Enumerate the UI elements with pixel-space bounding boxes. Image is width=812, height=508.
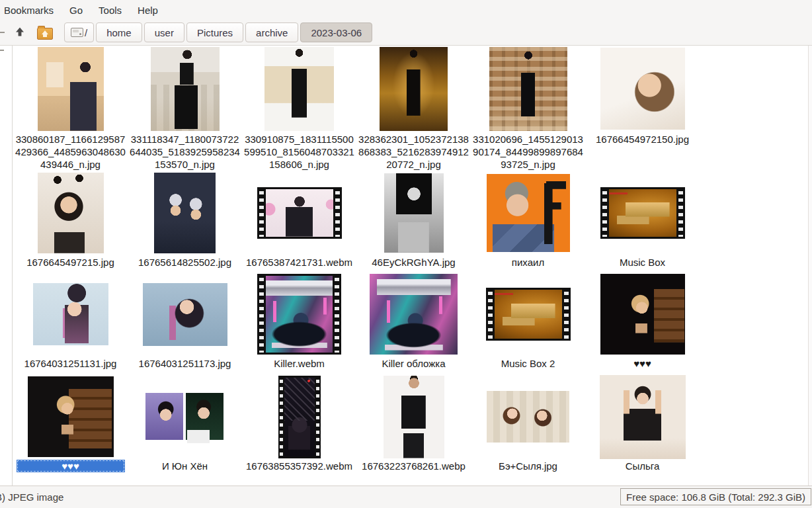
file-thumbnail [33, 283, 108, 345]
file-item[interactable]: 16764031251131.jpg [13, 273, 128, 376]
path-breadcrumb: / home user Pictures archive 2023-03-06 [64, 22, 372, 42]
file-thumbnail [264, 47, 334, 131]
file-thumbnail [489, 47, 567, 131]
file-item[interactable]: 16763223768261.webp [356, 376, 471, 483]
file-thumbnail [151, 47, 220, 131]
file-thumbnail [370, 274, 458, 355]
file-name: 16764031251131.jpg [24, 357, 118, 370]
status-selection-info: B) JPEG image [0, 491, 63, 503]
file-name: 331020696_145512901390174_84499899897684… [471, 133, 585, 171]
file-item[interactable]: Music Box [585, 172, 700, 273]
file-item[interactable]: ♥♥♥ [585, 273, 700, 376]
video-thumbnail [278, 376, 321, 458]
file-item[interactable]: Killer обложка [356, 273, 471, 376]
file-item[interactable]: 331020696_145512901390174_84499899897684… [471, 46, 585, 172]
path-current-folder-button[interactable]: 2023-03-06 [300, 22, 372, 42]
file-name: 16763855357392.webm [245, 460, 353, 472]
file-name: 16765387421731.webm [245, 256, 353, 269]
cropped-toolbar-button [0, 32, 5, 33]
file-name: 16765614825502.jpg [138, 256, 232, 269]
video-thumbnail [600, 187, 685, 239]
file-item[interactable]: 46EyCkRGhYA.jpg [356, 172, 471, 273]
file-name: ♥♥♥ [17, 460, 125, 472]
file-name: Бэ+Сыля.jpg [498, 460, 558, 472]
file-thumbnail [380, 47, 448, 131]
file-thumbnail [28, 376, 114, 457]
file-name: 1676645497215.jpg [26, 256, 115, 269]
free-space-indicator: Free space: 106.8 GiB (Total: 292.3 GiB) [620, 488, 811, 505]
file-name: Killer обложка [381, 357, 446, 370]
video-thumbnail [257, 187, 342, 239]
file-thumbnail [38, 47, 104, 131]
file-item[interactable]: пихаил [471, 172, 585, 273]
drive-icon [71, 28, 83, 37]
path-user-button[interactable]: user [144, 22, 184, 42]
file-item[interactable]: 16764031251173.jpg [128, 273, 242, 376]
file-item[interactable]: Killer.webm [242, 273, 356, 376]
file-thumbnail [145, 389, 225, 445]
file-name: Killer.webm [273, 357, 325, 370]
file-thumbnail [600, 274, 685, 355]
file-item[interactable]: 16765387421731.webm [242, 172, 356, 273]
file-item[interactable]: И Юн Хён [128, 376, 242, 483]
video-thumbnail [486, 288, 571, 341]
home-button[interactable] [35, 22, 55, 42]
file-name: ♥♥♥ [633, 357, 652, 370]
file-thumbnail [384, 173, 444, 253]
go-up-button[interactable] [10, 22, 30, 42]
vertical-scrollbar[interactable] [808, 46, 812, 486]
file-thumbnail [600, 375, 686, 459]
file-name: 331118347_1180073722644035_5183925958234… [128, 133, 242, 171]
file-thumbnail [154, 173, 216, 253]
file-thumbnail [487, 174, 570, 252]
file-name: 16764031251173.jpg [138, 357, 232, 370]
file-name: 330910875_1831115500599510_8156048703321… [243, 133, 356, 171]
file-view: 330860187_1166129587429366_4485963048630… [0, 46, 812, 486]
file-item[interactable]: 330860187_1166129587429366_4485963048630… [13, 46, 128, 172]
file-item[interactable]: 330910875_1831115500599510_8156048703321… [242, 46, 356, 172]
file-item[interactable]: 16763855357392.webm [242, 376, 356, 483]
file-item[interactable]: 328362301_1052372138868383_5216283974912… [356, 46, 471, 172]
side-pane-edge [0, 46, 13, 486]
file-name: И Юн Хён [161, 460, 208, 472]
file-name: Music Box [619, 256, 666, 269]
menu-bookmarks[interactable]: Bookmarks [0, 2, 61, 19]
toolbar: / home user Pictures archive 2023-03-06 [0, 20, 812, 46]
file-item[interactable]: 16766454972150.jpg [585, 46, 700, 172]
file-name: 328362301_1052372138868383_5216283974912… [357, 133, 471, 171]
file-name: пихаил [511, 256, 545, 269]
file-name: 330860187_1166129587429366_4485963048630… [14, 133, 128, 171]
file-name: 46EyCkRGhYA.jpg [371, 256, 456, 269]
file-name: Music Box 2 [501, 357, 556, 370]
path-pictures-button[interactable]: Pictures [186, 22, 243, 42]
file-item[interactable]: Music Box 2 [471, 273, 585, 376]
file-name: 16763223768261.webp [361, 460, 466, 472]
file-name: Сыльга [625, 460, 661, 472]
video-thumbnail [257, 274, 341, 355]
path-archive-button[interactable]: archive [245, 22, 298, 42]
pane-handle [0, 50, 4, 51]
menu-go[interactable]: Go [61, 2, 91, 19]
file-name: 16766454972150.jpg [595, 133, 690, 146]
file-item[interactable]: 331118347_1180073722644035_5183925958234… [128, 46, 242, 172]
menu-help[interactable]: Help [130, 2, 166, 19]
file-thumbnail [384, 376, 444, 458]
file-thumbnail [38, 173, 104, 253]
home-folder-icon [37, 28, 53, 40]
file-item[interactable]: 1676645497215.jpg [13, 172, 128, 273]
file-thumbnail [600, 48, 685, 130]
path-root-button[interactable]: / [64, 22, 94, 42]
menu-tools[interactable]: Tools [91, 2, 130, 19]
menu-bar: Bookmarks Go Tools Help [0, 0, 812, 20]
path-home-button[interactable]: home [96, 22, 142, 42]
file-item[interactable]: Бэ+Сыля.jpg [471, 376, 585, 483]
icon-grid: 330860187_1166129587429366_4485963048630… [13, 46, 700, 483]
path-root-label: / [85, 27, 87, 38]
file-item[interactable]: Сыльга [585, 376, 700, 483]
file-item-selected[interactable]: ♥♥♥ [13, 376, 128, 483]
file-item[interactable]: 16765614825502.jpg [128, 172, 242, 273]
status-bar: B) JPEG image Free space: 106.8 GiB (Tot… [0, 486, 812, 508]
file-thumbnail [487, 391, 569, 443]
file-thumbnail [143, 283, 227, 346]
up-arrow-icon [15, 26, 25, 39]
